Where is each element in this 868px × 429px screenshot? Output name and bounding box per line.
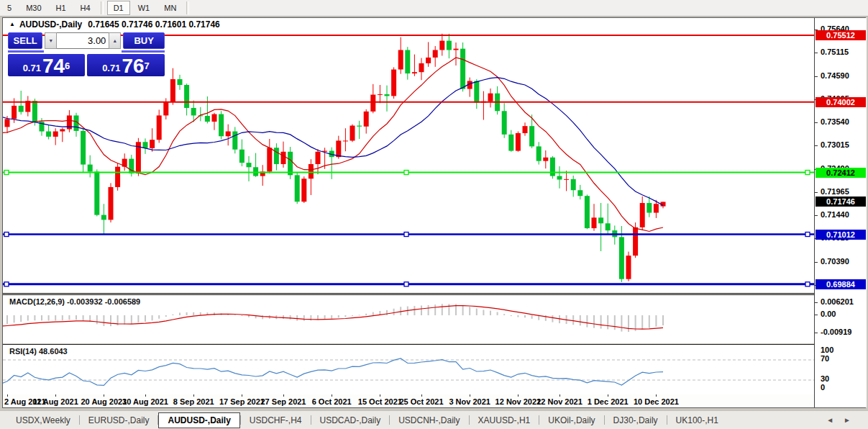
timeframe-button-h1[interactable]: H1 [50,1,73,15]
volume-increase-button[interactable]: ▴ [109,32,121,49]
price-tick-label: 0.73015 [821,140,849,149]
axis-tick-mark [815,145,818,146]
buy-button[interactable]: BUY [123,32,165,49]
date-tick-mark [518,394,518,397]
line-anchor[interactable] [4,232,9,237]
macd-tick-label: 0.00 [821,310,836,318]
price-tick-label: 0.70390 [821,257,849,266]
macd-tick-label: -0.00919 [821,328,851,336]
macd-panel: MACD(12,26,9) -0.003932 -0.006589 [3,294,814,344]
price-tick-label: 0.75115 [821,48,849,56]
one-click-trading-panel: SELL ▾ ▴ BUY 0.71746 0.71767 [8,32,165,74]
sell-button[interactable]: SELL [8,32,42,49]
axis-tick-mark [815,192,818,193]
date-label: 8 Sep 2021 [173,397,214,406]
price-tick-label: 0.71440 [821,210,849,219]
chart-tab-ukoil-daily[interactable]: UKOil-,Daily [539,412,603,428]
chart-tab-eurusd-daily[interactable]: EURUSD-,Daily [80,412,158,428]
price-badge-0.71012: 0.71012 [816,230,866,240]
line-anchor[interactable] [404,282,408,286]
date-tick-mark [332,394,332,397]
date-tick-mark [608,394,608,397]
buy-underline [122,50,165,53]
axis-tick-mark [815,315,818,315]
chart-tab-usdcad-daily[interactable]: USDCAD-,Daily [311,412,390,428]
date-tick-mark [104,394,104,397]
line-anchor[interactable] [4,171,9,175]
date-label: 15 Oct 2021 [358,397,402,406]
chart-tab-audusd-daily[interactable]: AUDUSD-,Daily [158,412,239,428]
line-anchor[interactable] [805,171,810,175]
tabs-scroll-right-icon[interactable]: ► [844,416,861,424]
macd-label: MACD(12,26,9) -0.003932 -0.006589 [9,297,140,306]
collapse-panel-icon[interactable]: ▲ [9,21,15,27]
date-tick-mark [55,394,56,397]
chart-tab-bar: USDX,WeeklyEURUSD-,DailyAUDUSD-,DailyUSD… [0,410,868,429]
timeframe-button-h4[interactable]: H4 [74,1,97,15]
axis-tick-mark [815,262,818,263]
line-anchor[interactable] [404,232,408,237]
date-axis: 2 Aug 202111 Aug 202120 Aug 202130 Aug 2… [3,394,814,407]
price-badge-0.74002: 0.74002 [816,97,866,107]
chart-symbol-period: AUDUSD-,Daily [19,19,82,30]
chart-tab-usdcnh-daily[interactable]: USDCNH-,Daily [390,412,468,428]
date-tick-mark [421,394,422,397]
chart-tab-usdchf-h4[interactable]: USDCHF-,H4 [241,412,311,428]
line-anchor[interactable] [805,282,810,286]
axis-tick-mark [815,53,818,53]
date-label: 1 Dec 2021 [588,397,629,406]
date-label: 17 Sep 2021 [219,397,265,406]
date-tick-mark [145,394,146,397]
chart-tab-dj30-daily[interactable]: DJ30-,Daily [605,412,667,428]
date-label: 6 Oct 2021 [312,397,352,406]
date-label: 25 Oct 2021 [399,397,443,406]
date-tick-mark [242,394,242,397]
axis-tick-mark [815,76,818,77]
rsi-tick-label: 70 [821,354,829,363]
date-label: 11 Aug 2021 [33,397,78,406]
line-anchor[interactable] [805,232,810,237]
price-tick-label: 0.71965 [821,187,849,196]
sell-underline [8,50,44,53]
chart-tab-xauusd-h1[interactable]: XAUUSD-,H1 [470,412,539,428]
chart-tab-uk100-h1[interactable]: UK100-,H1 [667,412,727,428]
line-anchor[interactable] [4,282,9,286]
timeframe-button-w1[interactable]: W1 [132,1,157,15]
axis-tick-mark [815,333,818,333]
price-badge-0.69884: 0.69884 [816,279,866,289]
timeframe-button-mn[interactable]: MN [157,1,183,15]
date-tick-mark [193,394,194,397]
chart-ohlc-values: 0.71645 0.71746 0.71601 0.71746 [88,19,220,30]
date-tick-mark [7,394,8,397]
line-anchor[interactable] [404,171,408,175]
timeframe-button-m30[interactable]: M30 [19,1,47,15]
date-label: 12 Nov 2021 [495,397,542,406]
rsi-tick-label: 30 [821,374,829,383]
volume-input[interactable] [57,32,109,49]
volume-decrease-button[interactable]: ▾ [45,32,57,49]
chart-title: ▲AUDUSD-,Daily0.71645 0.71746 0.71601 0.… [9,19,220,30]
date-tick-mark [559,394,560,397]
rsi-tick-label: 0 [821,383,825,392]
date-tick-mark [470,394,470,397]
timeframe-toolbar: 5M30H1H4D1W1MN [0,0,868,17]
buy-price-button[interactable]: 0.71767 [87,54,165,76]
tabs-scroll-left-icon[interactable]: ◄ [826,416,844,424]
chart-window: ▲AUDUSD-,Daily0.71645 0.71746 0.71601 0.… [2,17,866,408]
rsi-tick-label: 100 [821,346,833,354]
price-tick-label: 0.74590 [821,71,849,80]
timeframe-button-d1[interactable]: D1 [107,1,130,15]
rsi-panel: RSI(14) 48.6043 [3,344,814,395]
chart-tab-usdx-weekly[interactable]: USDX,Weekly [7,412,79,428]
date-label: 30 Aug 2021 [122,397,168,406]
price-badge-0.75512: 0.75512 [816,30,866,40]
timeframe-button-5[interactable]: 5 [1,1,18,15]
rsi-line-chart [3,345,814,394]
rsi-label: RSI(14) 48.6043 [9,347,68,356]
date-label: 27 Sep 2021 [261,397,306,406]
date-label: 3 Nov 2021 [449,397,490,406]
price-badge-0.72412: 0.72412 [816,168,866,178]
axis-tick-mark [815,122,818,123]
sell-price-button[interactable]: 0.71746 [8,54,85,76]
date-tick-mark [380,394,380,397]
